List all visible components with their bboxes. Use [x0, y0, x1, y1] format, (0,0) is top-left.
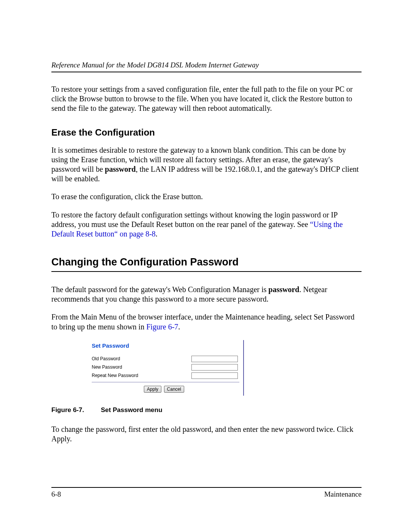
label-new-password: New Password — [92, 364, 122, 370]
para-change-1: The default password for the gateway's W… — [51, 285, 362, 304]
bold-password: password — [268, 285, 299, 294]
page-number: 6-8 — [51, 490, 61, 498]
page: Reference Manual for the Model DG814 DSL… — [0, 0, 411, 532]
para-change-3: To change the password, first enter the … — [51, 425, 362, 444]
figure-title: Set Password — [92, 342, 243, 349]
para-change-2: From the Main Menu of the browser interf… — [51, 312, 362, 331]
para-erase-2: To erase the configuration, click the Er… — [51, 192, 362, 201]
button-row: Apply Cancel — [92, 385, 243, 393]
text: To restore the factory default configura… — [51, 211, 338, 228]
input-repeat-password[interactable] — [191, 372, 238, 379]
figure-set-password: Set Password Old Password New Password R… — [89, 340, 244, 396]
heading-changing-password: Changing the Configuration Password — [51, 256, 362, 272]
text: The default password for the gateway's W… — [51, 285, 268, 294]
apply-button[interactable]: Apply — [144, 386, 161, 393]
input-new-password[interactable] — [191, 364, 238, 371]
para-erase-1: It is sometimes desirable to restore the… — [51, 145, 362, 184]
cancel-button[interactable]: Cancel — [164, 386, 184, 393]
label-repeat-password: Repeat New Password — [92, 373, 138, 378]
section-name: Maintenance — [324, 490, 362, 498]
label-old-password: Old Password — [92, 356, 120, 361]
link-figure-6-7[interactable]: Figure 6-7 — [146, 323, 178, 331]
row-repeat-password: Repeat New Password — [92, 372, 243, 379]
running-header: Reference Manual for the Model DG814 DSL… — [51, 61, 362, 72]
para-erase-3: To restore the factory default configura… — [51, 210, 362, 239]
text: From the Main Menu of the browser interf… — [51, 313, 354, 331]
figure-caption-text: Set Password menu — [101, 406, 162, 414]
row-old-password: Old Password — [92, 356, 243, 362]
bold-password: password — [105, 165, 136, 173]
figure-caption-number: Figure 6-7. — [51, 406, 101, 414]
input-old-password[interactable] — [191, 356, 238, 362]
row-new-password: New Password — [92, 364, 243, 371]
figure-caption: Figure 6-7.Set Password menu — [51, 406, 362, 414]
text: . — [156, 230, 158, 238]
text: . — [178, 323, 180, 331]
page-footer: 6-8 Maintenance — [51, 487, 362, 498]
heading-erase-configuration: Erase the Configuration — [51, 127, 362, 138]
para-restore: To restore your settings from a saved co… — [51, 85, 362, 113]
divider — [92, 382, 239, 382]
